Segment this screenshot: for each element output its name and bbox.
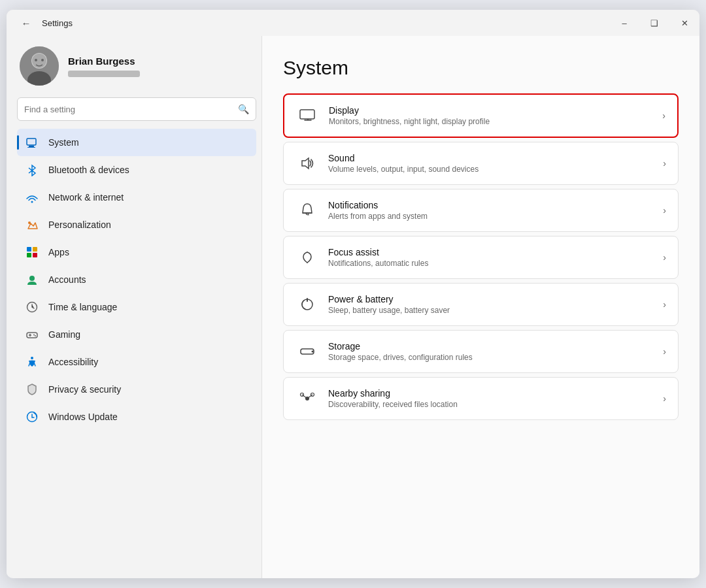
focus-text: Focus assist Notifications, automatic ru… bbox=[328, 247, 663, 268]
search-icon: 🔍 bbox=[238, 104, 249, 114]
svg-point-10 bbox=[28, 221, 31, 224]
power-text: Power & battery Sleep, battery usage, ba… bbox=[328, 294, 663, 315]
svg-rect-6 bbox=[27, 139, 36, 145]
svg-line-36 bbox=[302, 395, 307, 399]
update-icon bbox=[25, 410, 39, 424]
settings-item-nearby[interactable]: Nearby sharing Discoverability, received… bbox=[283, 377, 679, 420]
sidebar-item-gaming-label: Gaming bbox=[48, 329, 80, 340]
storage-title: Storage bbox=[328, 341, 663, 351]
notifications-chevron: › bbox=[663, 205, 666, 216]
display-desc: Monitors, brightness, night light, displ… bbox=[329, 117, 662, 126]
storage-icon bbox=[295, 340, 319, 363]
sidebar-item-bluetooth[interactable]: Bluetooth & devices bbox=[17, 156, 256, 184]
sidebar-item-update[interactable]: Windows Update bbox=[17, 403, 256, 431]
notifications-desc: Alerts from apps and system bbox=[328, 212, 663, 221]
svg-rect-24 bbox=[300, 110, 314, 119]
svg-point-4 bbox=[35, 59, 37, 61]
svg-point-5 bbox=[41, 59, 44, 61]
sidebar-item-privacy-label: Privacy & security bbox=[48, 384, 121, 395]
settings-item-storage[interactable]: Storage Storage space, drives, configura… bbox=[283, 330, 679, 373]
svg-line-37 bbox=[307, 395, 312, 399]
settings-item-focus[interactable]: Focus assist Notifications, automatic ru… bbox=[283, 236, 679, 279]
back-button[interactable]: ← bbox=[17, 14, 35, 32]
titlebar: ← Settings – ❑ ✕ bbox=[7, 10, 699, 36]
focus-title: Focus assist bbox=[328, 247, 663, 257]
sidebar-item-accounts[interactable]: Accounts bbox=[17, 266, 256, 293]
sidebar-item-personalization[interactable]: Personalization bbox=[17, 211, 256, 238]
titlebar-controls: – ❑ ✕ bbox=[609, 10, 699, 36]
system-icon bbox=[25, 135, 39, 150]
svg-point-15 bbox=[29, 276, 35, 281]
nearby-chevron: › bbox=[663, 393, 666, 404]
apps-icon bbox=[25, 245, 39, 259]
user-name: Brian Burgess bbox=[68, 56, 140, 67]
svg-point-9 bbox=[31, 201, 33, 203]
focus-desc: Notifications, automatic rules bbox=[328, 259, 663, 268]
svg-rect-14 bbox=[33, 253, 37, 257]
svg-rect-8 bbox=[27, 147, 35, 148]
sidebar-nav: System Bluetooth & devices bbox=[17, 129, 256, 431]
sidebar-item-apps-label: Apps bbox=[48, 247, 69, 257]
storage-chevron: › bbox=[663, 346, 666, 357]
sidebar-item-privacy[interactable]: Privacy & security bbox=[17, 376, 256, 403]
sidebar-item-system-label: System bbox=[48, 137, 79, 148]
svg-marker-27 bbox=[302, 158, 309, 169]
nearby-icon bbox=[295, 387, 319, 410]
sidebar-item-system[interactable]: System bbox=[17, 129, 256, 156]
sound-title: Sound bbox=[328, 153, 663, 163]
display-icon bbox=[296, 104, 320, 127]
accessibility-icon bbox=[25, 355, 39, 369]
svg-rect-11 bbox=[27, 247, 31, 252]
display-title: Display bbox=[329, 105, 662, 116]
svg-rect-12 bbox=[33, 247, 37, 252]
power-title: Power & battery bbox=[328, 294, 663, 304]
sound-chevron: › bbox=[663, 158, 666, 169]
settings-list: Display Monitors, brightness, night ligh… bbox=[283, 93, 679, 420]
search-input[interactable] bbox=[24, 105, 238, 114]
sidebar-item-personalization-label: Personalization bbox=[48, 220, 111, 230]
sidebar-item-accessibility[interactable]: Accessibility bbox=[17, 348, 256, 376]
sound-desc: Volume levels, output, input, sound devi… bbox=[328, 165, 663, 174]
sidebar: Brian Burgess 🔍 bbox=[7, 36, 261, 578]
sidebar-item-time-label: Time & language bbox=[48, 302, 117, 312]
page-title: System bbox=[283, 57, 679, 79]
svg-rect-13 bbox=[27, 253, 31, 257]
time-icon bbox=[25, 300, 39, 314]
power-icon bbox=[295, 293, 319, 316]
settings-window: ← Settings – ❑ ✕ bbox=[7, 10, 699, 578]
user-section: Brian Burgess bbox=[17, 46, 256, 86]
user-subtitle bbox=[68, 71, 140, 77]
settings-item-sound[interactable]: Sound Volume levels, output, input, soun… bbox=[283, 142, 679, 185]
search-box[interactable]: 🔍 bbox=[17, 97, 256, 121]
user-info: Brian Burgess bbox=[68, 56, 140, 77]
accounts-icon bbox=[25, 272, 39, 287]
minimize-button[interactable]: – bbox=[609, 10, 639, 36]
close-button[interactable]: ✕ bbox=[669, 10, 699, 36]
settings-item-display[interactable]: Display Monitors, brightness, night ligh… bbox=[283, 93, 679, 138]
network-icon bbox=[25, 190, 39, 204]
power-desc: Sleep, battery usage, battery saver bbox=[328, 306, 663, 315]
storage-text: Storage Storage space, drives, configura… bbox=[328, 341, 663, 362]
sidebar-item-network[interactable]: Network & internet bbox=[17, 184, 256, 211]
sound-icon bbox=[295, 152, 319, 175]
titlebar-left: ← Settings bbox=[17, 14, 73, 32]
focus-icon bbox=[295, 246, 319, 269]
settings-item-power[interactable]: Power & battery Sleep, battery usage, ba… bbox=[283, 283, 679, 326]
sidebar-item-gaming[interactable]: Gaming bbox=[17, 321, 256, 348]
window-title: Settings bbox=[42, 18, 73, 28]
sidebar-item-update-label: Windows Update bbox=[48, 412, 118, 422]
svg-point-22 bbox=[31, 357, 33, 359]
notifications-text: Notifications Alerts from apps and syste… bbox=[328, 200, 663, 221]
svg-rect-7 bbox=[29, 146, 34, 147]
focus-chevron: › bbox=[663, 252, 666, 263]
sidebar-item-time[interactable]: Time & language bbox=[17, 293, 256, 321]
sidebar-item-bluetooth-label: Bluetooth & devices bbox=[48, 165, 129, 175]
sidebar-item-accessibility-label: Accessibility bbox=[48, 357, 98, 367]
maximize-button[interactable]: ❑ bbox=[639, 10, 669, 36]
svg-point-32 bbox=[312, 351, 314, 353]
display-text: Display Monitors, brightness, night ligh… bbox=[329, 105, 662, 126]
settings-item-notifications[interactable]: Notifications Alerts from apps and syste… bbox=[283, 189, 679, 232]
sidebar-item-apps[interactable]: Apps bbox=[17, 238, 256, 266]
svg-rect-17 bbox=[27, 333, 37, 338]
avatar bbox=[20, 46, 59, 86]
